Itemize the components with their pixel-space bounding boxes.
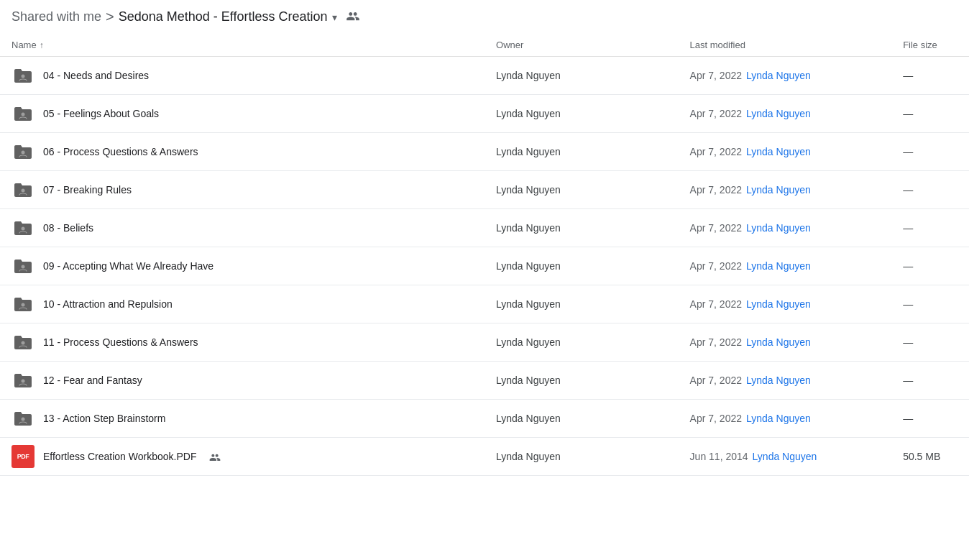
table-row[interactable]: 13 - Action Step Brainstorm Lynda Nguyen… <box>0 400 969 438</box>
column-header-name[interactable]: Name ↑ <box>0 34 484 57</box>
svg-point-9 <box>22 418 25 421</box>
file-name: 11 - Process Questions & Answers <box>43 336 198 348</box>
svg-point-3 <box>22 189 25 193</box>
breadcrumb-separator: > <box>106 9 114 25</box>
cell-name[interactable]: 11 - Process Questions & Answers <box>0 323 484 362</box>
table-row[interactable]: 10 - Attraction and Repulsion Lynda Nguy… <box>0 285 969 323</box>
cell-name[interactable]: 12 - Fear and Fantasy <box>0 362 484 400</box>
cell-name[interactable]: 04 - Needs and Desires <box>0 57 484 95</box>
modified-date: Apr 7, 2022 <box>690 298 742 310</box>
file-name: 04 - Needs and Desires <box>43 70 149 81</box>
breadcrumb-folder-name: Sedona Method - Effortless Creation <box>119 9 328 24</box>
modified-date: Jun 11, 2014 <box>690 451 748 462</box>
cell-size: — <box>891 95 969 133</box>
folder-icon <box>12 369 35 392</box>
column-header-owner[interactable]: Owner <box>484 34 679 57</box>
breadcrumb-shared-link[interactable]: Shared with me <box>12 9 101 24</box>
breadcrumb-dropdown-arrow[interactable]: ▾ <box>332 12 337 23</box>
cell-modified: Apr 7, 2022 Lynda Nguyen <box>679 95 892 133</box>
svg-point-1 <box>22 113 25 116</box>
cell-owner: Lynda Nguyen <box>484 247 679 285</box>
file-name: 05 - Feelings About Goals <box>43 108 159 119</box>
modified-date: Apr 7, 2022 <box>690 146 742 157</box>
modified-date: Apr 7, 2022 <box>690 375 742 386</box>
modified-by: Lynda Nguyen <box>746 222 811 234</box>
folder-icon <box>12 64 35 87</box>
folder-icon <box>12 407 35 430</box>
cell-modified: Apr 7, 2022 Lynda Nguyen <box>679 362 892 400</box>
table-row[interactable]: 06 - Process Questions & Answers Lynda N… <box>0 133 969 171</box>
cell-name[interactable]: 09 - Accepting What We Already Have <box>0 247 484 285</box>
cell-name[interactable]: 07 - Breaking Rules <box>0 171 484 209</box>
file-name: 06 - Process Questions & Answers <box>43 146 198 157</box>
breadcrumb-folder[interactable]: Sedona Method - Effortless Creation ▾ <box>119 9 337 24</box>
cell-modified: Apr 7, 2022 Lynda Nguyen <box>679 57 892 95</box>
cell-owner: Lynda Nguyen <box>484 285 679 323</box>
cell-owner: Lynda Nguyen <box>484 323 679 362</box>
cell-size: — <box>891 133 969 171</box>
cell-name[interactable]: 13 - Action Step Brainstorm <box>0 400 484 438</box>
cell-owner: Lynda Nguyen <box>484 438 679 476</box>
modified-date: Apr 7, 2022 <box>690 260 742 272</box>
sort-arrow-icon: ↑ <box>40 40 44 50</box>
table-row[interactable]: 08 - Beliefs Lynda Nguyen Apr 7, 2022 Ly… <box>0 209 969 247</box>
cell-name[interactable]: 06 - Process Questions & Answers <box>0 133 484 171</box>
cell-name[interactable]: PDF Effortless Creation Workbook.PDF <box>0 438 484 476</box>
cell-size: — <box>891 285 969 323</box>
modified-date: Apr 7, 2022 <box>690 413 742 424</box>
modified-by: Lynda Nguyen <box>746 336 811 348</box>
cell-name[interactable]: 05 - Feelings About Goals <box>0 95 484 133</box>
cell-modified: Apr 7, 2022 Lynda Nguyen <box>679 285 892 323</box>
table-row[interactable]: 11 - Process Questions & Answers Lynda N… <box>0 323 969 362</box>
cell-name[interactable]: 10 - Attraction and Repulsion <box>0 285 484 323</box>
shared-people-icon[interactable] <box>346 9 360 24</box>
cell-modified: Jun 11, 2014 Lynda Nguyen <box>679 438 892 476</box>
folder-icon <box>12 178 35 201</box>
cell-name[interactable]: 08 - Beliefs <box>0 209 484 247</box>
cell-size: — <box>891 209 969 247</box>
column-header-size[interactable]: File size <box>891 34 969 57</box>
cell-modified: Apr 7, 2022 Lynda Nguyen <box>679 323 892 362</box>
modified-by: Lynda Nguyen <box>746 146 811 157</box>
table-row[interactable]: 07 - Breaking Rules Lynda Nguyen Apr 7, … <box>0 171 969 209</box>
cell-size: — <box>891 247 969 285</box>
file-name: 07 - Breaking Rules <box>43 184 132 196</box>
modified-by: Lynda Nguyen <box>746 70 811 81</box>
cell-owner: Lynda Nguyen <box>484 400 679 438</box>
modified-date: Apr 7, 2022 <box>690 108 742 119</box>
cell-owner: Lynda Nguyen <box>484 171 679 209</box>
cell-owner: Lynda Nguyen <box>484 57 679 95</box>
modified-date: Apr 7, 2022 <box>690 336 742 348</box>
table-row[interactable]: 05 - Feelings About Goals Lynda Nguyen A… <box>0 95 969 133</box>
table-row[interactable]: PDF Effortless Creation Workbook.PDF Lyn… <box>0 438 969 476</box>
svg-point-8 <box>22 380 25 383</box>
svg-point-4 <box>22 227 25 231</box>
file-name: 08 - Beliefs <box>43 222 93 234</box>
cell-modified: Apr 7, 2022 Lynda Nguyen <box>679 171 892 209</box>
file-name: 09 - Accepting What We Already Have <box>43 260 213 272</box>
cell-size: — <box>891 362 969 400</box>
modified-date: Apr 7, 2022 <box>690 184 742 196</box>
table-row[interactable]: 04 - Needs and Desires Lynda Nguyen Apr … <box>0 57 969 95</box>
cell-modified: Apr 7, 2022 Lynda Nguyen <box>679 247 892 285</box>
svg-point-2 <box>22 151 25 155</box>
table-row[interactable]: 09 - Accepting What We Already Have Lynd… <box>0 247 969 285</box>
folder-icon <box>12 216 35 239</box>
cell-size: — <box>891 57 969 95</box>
modified-by: Lynda Nguyen <box>746 108 811 119</box>
cell-size: — <box>891 323 969 362</box>
column-header-modified[interactable]: Last modified <box>679 34 892 57</box>
pdf-icon: PDF <box>12 445 35 468</box>
file-table: Name ↑ Owner Last modified File size 04 … <box>0 34 969 476</box>
svg-point-6 <box>22 303 25 307</box>
file-name: 13 - Action Step Brainstorm <box>43 413 165 424</box>
modified-by: Lynda Nguyen <box>746 260 811 272</box>
cell-modified: Apr 7, 2022 Lynda Nguyen <box>679 209 892 247</box>
modified-by: Lynda Nguyen <box>746 413 811 424</box>
table-header-row: Name ↑ Owner Last modified File size <box>0 34 969 57</box>
folder-icon <box>12 102 35 125</box>
cell-size: — <box>891 171 969 209</box>
folder-icon <box>12 331 35 354</box>
folder-icon <box>12 254 35 277</box>
table-row[interactable]: 12 - Fear and Fantasy Lynda Nguyen Apr 7… <box>0 362 969 400</box>
